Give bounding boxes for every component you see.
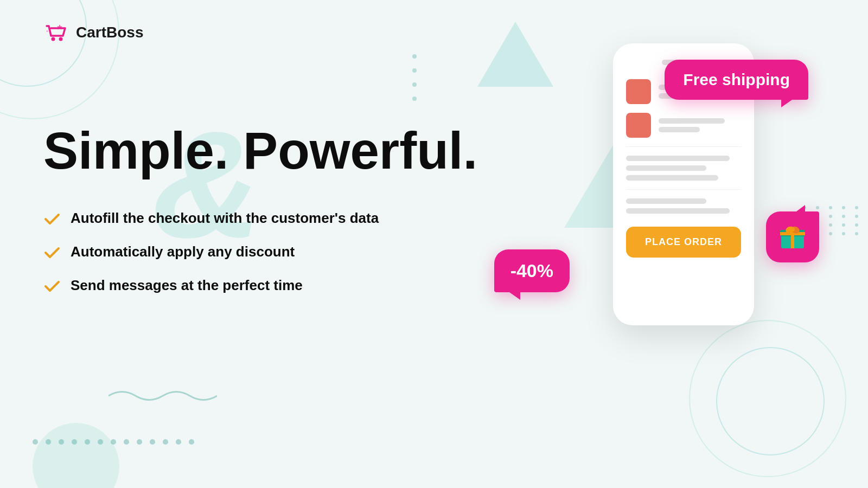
svg-point-2 <box>59 37 63 41</box>
bg-wave <box>108 385 217 407</box>
features-list: Autofill the checkout with the customer'… <box>43 209 477 295</box>
phone-text-lines <box>626 156 741 181</box>
phone-divider <box>626 146 741 147</box>
phone-text-line-5 <box>626 208 730 214</box>
bg-triangle-small <box>477 22 553 87</box>
phone-item-2 <box>626 113 741 138</box>
bg-circle-br2 <box>689 320 846 477</box>
place-order-button[interactable]: PLACE ORDER <box>626 227 741 258</box>
phone-text-lines-2 <box>626 198 741 214</box>
check-icon-3 <box>43 278 61 295</box>
gift-icon <box>778 221 807 251</box>
phone-text-line-1 <box>626 156 730 161</box>
feature-text-3: Send messages at the perfect time <box>71 277 303 295</box>
logo-area: CartBoss <box>43 22 143 43</box>
logo-text: CartBoss <box>76 24 143 41</box>
phone-divider-2 <box>626 189 741 190</box>
phone-item-lines-2 <box>659 118 741 132</box>
left-content: Simple. Powerful. Autofill the checkout … <box>43 125 477 295</box>
phone-text-line-4 <box>626 198 706 204</box>
svg-point-1 <box>52 37 55 41</box>
phone-line-2b <box>659 127 700 132</box>
feature-text-2: Automatically apply any discount <box>71 243 295 261</box>
feature-text-1: Autofill the checkout with the customer'… <box>71 209 379 228</box>
check-icon-1 <box>43 210 61 228</box>
feature-item-3: Send messages at the perfect time <box>43 277 477 295</box>
phone-text-line-3 <box>626 175 718 181</box>
svg-point-9 <box>790 227 795 232</box>
phone-product-image-2 <box>626 113 651 138</box>
feature-item-1: Autofill the checkout with the customer'… <box>43 209 477 228</box>
svg-rect-0 <box>43 22 69 43</box>
svg-rect-6 <box>780 232 805 235</box>
free-shipping-bubble: Free shipping <box>665 60 808 100</box>
headline: Simple. Powerful. <box>43 125 477 177</box>
bg-circle-tl2 <box>0 0 119 119</box>
phone-product-image-1 <box>626 79 651 104</box>
check-icon-2 <box>43 244 61 261</box>
discount-bubble: -40% <box>494 249 570 292</box>
bg-dots-bottom <box>33 439 194 445</box>
feature-item-2: Automatically apply any discount <box>43 243 477 261</box>
phone-text-line-2 <box>626 165 706 171</box>
bg-circle-mid <box>33 423 119 488</box>
bg-dots-vertical <box>412 54 417 101</box>
gift-bubble <box>766 211 819 262</box>
phone-line-2a <box>659 118 725 124</box>
cart-boss-logo-icon <box>43 22 69 43</box>
